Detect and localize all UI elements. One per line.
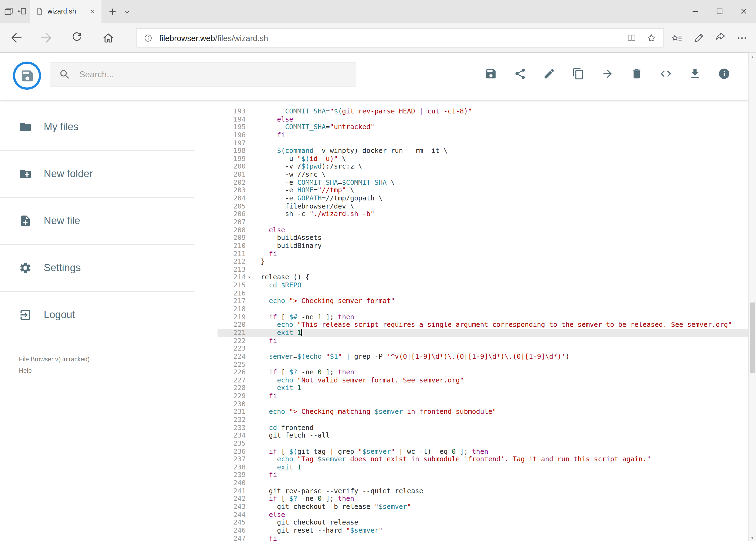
code-line-243[interactable]: 243 git checkout -b release "$semver"	[217, 503, 748, 511]
code-line-223[interactable]: 223	[217, 345, 748, 352]
search-input[interactable]	[78, 69, 347, 80]
code-line-227[interactable]: 227 echo "Not valid semver format. See s…	[217, 376, 748, 384]
code-line-197[interactable]: 197	[217, 139, 748, 147]
code-line-203[interactable]: 203 -e HOME="//tmp" \	[217, 187, 748, 195]
web-note-icon[interactable]	[690, 30, 707, 46]
scrollbar-down-arrow[interactable]: ▼	[749, 533, 756, 541]
code-line-219[interactable]: 219 if [ $# -ne 1 ]; then	[217, 313, 748, 321]
code-line-221[interactable]: 221 exit 1	[217, 329, 748, 337]
scrollbar-thumb[interactable]	[750, 302, 755, 373]
back-icon[interactable]	[9, 30, 25, 46]
code-line-207[interactable]: 207	[217, 218, 748, 226]
code-line-234[interactable]: 234 git fetch --all	[217, 432, 748, 440]
code-line-210[interactable]: 210 buildBinary	[217, 242, 748, 250]
code-line-247[interactable]: 247 fi	[217, 535, 748, 541]
code-line-228[interactable]: 228 exit 1	[217, 384, 748, 392]
code-line-246[interactable]: 246 git reset --hard "$semver"	[217, 527, 748, 535]
code-line-213[interactable]: 213	[217, 266, 748, 273]
save-button[interactable]	[485, 68, 497, 80]
tab-list-chevron-icon[interactable]	[122, 7, 134, 19]
scrollbar-up-arrow[interactable]: ▲	[749, 53, 756, 61]
set-tabs-aside-icon[interactable]	[17, 6, 29, 18]
share-icon[interactable]	[712, 30, 728, 46]
code-editor[interactable]: 193 COMMIT_SHA="$(git rev-parse HEAD | c…	[217, 100, 748, 541]
code-line-224[interactable]: 224 semver=$(echo "$1" | grep -P '^v(0|[…	[217, 353, 748, 360]
code-line-230[interactable]: 230	[217, 400, 748, 408]
code-line-204[interactable]: 204 -e GOPATH=//tmp/gopath \	[217, 195, 748, 202]
code-line-238[interactable]: 238 exit 1	[217, 463, 748, 471]
code-line-212[interactable]: 212}	[217, 258, 748, 266]
tab-preview-icon[interactable]	[3, 6, 15, 18]
code-line-206[interactable]: 206 sh -c "./wizard.sh -b"	[217, 211, 748, 218]
code-line-218[interactable]: 218	[217, 305, 748, 313]
forward-icon[interactable]	[38, 30, 54, 46]
sidebar-item-settings[interactable]: Settings	[0, 245, 194, 292]
copy-button[interactable]	[572, 68, 585, 80]
address-bar[interactable]: filebrowser.web/files/wizard.sh	[136, 28, 664, 48]
code-line-193[interactable]: 193 COMMIT_SHA="$(git rev-parse HEAD | c…	[217, 108, 748, 115]
code-line-235[interactable]: 235	[217, 440, 748, 447]
refresh-icon[interactable]	[69, 30, 85, 46]
move-button[interactable]	[601, 68, 614, 80]
sidebar-item-logout[interactable]: Logout	[0, 292, 194, 338]
code-line-198[interactable]: 198 $(command -v winpty) docker run --rm…	[217, 147, 748, 155]
share-button[interactable]	[514, 68, 526, 80]
code-line-209[interactable]: 209 buildAssets	[217, 234, 748, 242]
code-line-242[interactable]: 242 if [ $? -ne 0 ]; then	[217, 495, 748, 503]
minimize-button[interactable]	[683, 0, 707, 23]
code-line-222[interactable]: 222 fi	[217, 337, 748, 345]
code-line-217[interactable]: 217 echo "> Checking semver format"	[217, 297, 748, 305]
home-icon[interactable]	[100, 30, 116, 46]
rename-button[interactable]	[543, 68, 556, 80]
code-line-241[interactable]: 241 git rev-parse --verify --quiet relea…	[217, 487, 748, 495]
sidebar-item-new-file[interactable]: New file	[0, 198, 194, 245]
code-line-194[interactable]: 194 else	[217, 115, 748, 123]
code-line-211[interactable]: 211 fi	[217, 250, 748, 258]
site-info-icon[interactable]	[143, 33, 153, 43]
code-line-214[interactable]: 214▾release () {	[217, 273, 748, 281]
code-line-240[interactable]: 240	[217, 479, 748, 487]
sidebar-item-new-folder[interactable]: New folder	[0, 151, 194, 198]
download-button[interactable]	[689, 68, 701, 80]
switch-view-button[interactable]	[660, 68, 672, 80]
code-line-225[interactable]: 225	[217, 360, 748, 368]
reading-view-icon[interactable]	[626, 32, 637, 43]
code-line-239[interactable]: 239 fi	[217, 471, 748, 479]
more-settings-icon[interactable]	[734, 30, 750, 46]
search-box[interactable]	[50, 62, 356, 87]
code-line-237[interactable]: 237 echo "Tag $semver does not exist in …	[217, 455, 748, 463]
code-line-202[interactable]: 202 -e COMMIT_SHA=$COMMIT_SHA \	[217, 179, 748, 187]
code-line-226[interactable]: 226 if [ $? -ne 0 ]; then	[217, 368, 748, 376]
code-line-205[interactable]: 205 filebrowser/dev \	[217, 202, 748, 210]
filebrowser-logo[interactable]	[13, 62, 41, 90]
code-line-244[interactable]: 244 else	[217, 511, 748, 519]
new-tab-button[interactable]	[107, 6, 119, 18]
code-line-220[interactable]: 220 echo "This release script requires a…	[217, 321, 748, 329]
code-line-231[interactable]: 231 echo "> Checking matching $semver in…	[217, 408, 748, 416]
code-line-195[interactable]: 195 COMMIT_SHA="untracked"	[217, 124, 748, 131]
code-line-245[interactable]: 245 git checkout release	[217, 519, 748, 527]
delete-button[interactable]	[630, 68, 643, 80]
sidebar-item-my-files[interactable]: My files	[0, 104, 194, 151]
info-button[interactable]	[718, 68, 730, 80]
favorite-star-icon[interactable]	[645, 32, 657, 44]
close-button[interactable]	[732, 0, 756, 23]
code-line-216[interactable]: 216	[217, 289, 748, 297]
code-line-199[interactable]: 199 -u "$(id -u)" \	[217, 155, 748, 163]
code-line-200[interactable]: 200 -v /$(pwd):/src:z \	[217, 163, 748, 171]
page-scrollbar[interactable]: ▲ ▼	[748, 53, 756, 541]
fold-toggle-icon[interactable]: ▾	[248, 273, 250, 281]
code-line-236[interactable]: 236 if [ $(git tag | grep "$semver" | wc…	[217, 447, 748, 455]
hub-favorites-icon[interactable]	[669, 30, 685, 46]
maximize-button[interactable]	[707, 0, 732, 23]
code-line-233[interactable]: 233 cd frontend	[217, 424, 748, 432]
tab-close-icon[interactable]	[88, 7, 97, 16]
code-line-215[interactable]: 215 cd $REPO	[217, 281, 748, 289]
code-line-196[interactable]: 196 fi	[217, 131, 748, 139]
code-line-232[interactable]: 232	[217, 416, 748, 424]
browser-tab[interactable]: wizard.sh	[30, 0, 102, 23]
code-line-208[interactable]: 208 else	[217, 226, 748, 234]
help-link[interactable]: Help	[19, 365, 90, 376]
code-line-201[interactable]: 201 -w //src \	[217, 171, 748, 179]
code-line-229[interactable]: 229 fi	[217, 392, 748, 400]
